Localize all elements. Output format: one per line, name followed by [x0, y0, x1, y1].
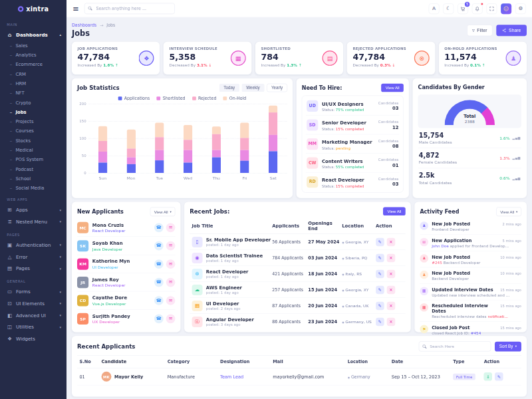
sidebar-item-hrm[interactable]: HRM — [0, 78, 66, 88]
list-item[interactable]: MC Mona Cruzis React Developer — [77, 219, 175, 237]
new-applicants-view-all-button[interactable]: View All — [150, 207, 175, 216]
sidebar-item-projects[interactable]: Projects — [0, 116, 66, 126]
gear-icon[interactable] — [515, 3, 526, 14]
phone-icon[interactable] — [154, 314, 164, 323]
trash-icon[interactable] — [387, 253, 396, 262]
sidebar-item-nested-menu[interactable]: Nested Menu — [0, 216, 66, 228]
pencil-icon[interactable] — [376, 301, 384, 310]
list-item[interactable]: CD Cayathe Dore Vue.js Developer — [77, 291, 175, 309]
sidebar-item-ecommerce[interactable]: Ecommerce — [0, 60, 66, 69]
sidebar-item-widgets[interactable]: Widgets — [0, 333, 66, 345]
phone-icon[interactable] — [154, 259, 164, 269]
need-to-hire-view-all-button[interactable]: View All — [381, 84, 403, 92]
list-item[interactable]: UD UI/UX Designers Status: 75% completed — [306, 96, 400, 116]
moon-icon[interactable] — [443, 3, 454, 14]
trash-icon[interactable] — [387, 317, 396, 326]
sidebar-item-medical[interactable]: Medical — [0, 145, 66, 154]
pencil-icon[interactable] — [376, 237, 384, 246]
bar-sat[interactable] — [269, 106, 277, 173]
sidebar-item-error[interactable]: Error — [0, 251, 66, 263]
download-icon[interactable] — [484, 372, 493, 381]
sidebar-item-analytics[interactable]: Analytics — [0, 50, 66, 59]
search-input[interactable] — [84, 3, 175, 15]
sidebar-item-social-media[interactable]: Social Media — [0, 183, 66, 192]
pencil-icon[interactable] — [376, 285, 384, 294]
recent-jobs-view-all-button[interactable]: View All — [383, 207, 405, 215]
bar-wed[interactable] — [184, 125, 192, 173]
list-item[interactable]: JR James Roy React Developer — [77, 273, 175, 291]
phone-icon[interactable] — [154, 241, 164, 251]
sidebar-item-jobs[interactable]: Jobs — [0, 107, 66, 116]
sidebar-item-nft[interactable]: NFT — [0, 88, 66, 98]
share-button[interactable]: Share — [496, 25, 527, 36]
pencil-icon[interactable] — [376, 253, 384, 262]
language-icon[interactable] — [429, 3, 440, 14]
hamburger-icon[interactable] — [72, 4, 79, 13]
sidebar-item-podcast[interactable]: Podcast — [0, 164, 66, 174]
activity-feed-card: Activity Feed View All — [414, 201, 527, 332]
bar-mon[interactable] — [127, 130, 136, 173]
trash-icon[interactable] — [387, 301, 396, 310]
tab-weekly[interactable]: Weekly — [241, 84, 264, 92]
tab-today[interactable]: Today — [219, 84, 239, 92]
bar-thu[interactable] — [212, 126, 221, 173]
activity-link[interactable]: notificati... — [487, 315, 507, 319]
list-item[interactable]: MM Marketing Manager Status: pending — [306, 134, 400, 154]
sidebar-item-courses[interactable]: Courses — [0, 126, 66, 136]
trash-icon[interactable] — [387, 269, 396, 278]
cart-icon[interactable]: 5 — [458, 3, 468, 14]
app-logo[interactable]: xintra — [0, 0, 66, 17]
bar-fri[interactable] — [240, 123, 249, 173]
fullscreen-icon[interactable] — [486, 3, 497, 14]
sidebar-item-forms[interactable]: Forms — [0, 286, 66, 298]
sidebar-item-stocks[interactable]: Stocks — [0, 136, 66, 145]
bell-icon[interactable] — [472, 3, 483, 14]
list-item[interactable]: CW Content Writers Status: 55% completed — [306, 154, 400, 173]
sidebar-item-crm[interactable]: CRM — [0, 69, 66, 78]
activity-link[interactable]: John Doe — [432, 244, 449, 248]
phone-icon[interactable] — [154, 223, 164, 232]
message-icon[interactable] — [166, 241, 176, 251]
pencil-icon[interactable] — [376, 269, 384, 278]
activity-feed-view-all-button[interactable]: View All — [497, 207, 521, 216]
bar-sun[interactable] — [98, 126, 107, 173]
list-item[interactable]: SP Surjith Pandey UX Developer — [77, 310, 175, 328]
sidebar-item-ui-elements[interactable]: UI Elements — [0, 297, 66, 309]
tab-yearly[interactable]: Yearly — [267, 84, 287, 92]
sidebar-item-utilities[interactable]: Utilities — [0, 321, 66, 333]
bar-tue[interactable] — [155, 123, 164, 173]
list-item[interactable]: RD React Developer Status: 15% completed — [306, 172, 400, 191]
filter-button[interactable]: Filter — [467, 25, 493, 36]
sidebar-item-apps[interactable]: Apps — [0, 204, 66, 216]
candidate-designation[interactable]: Team Lead — [220, 374, 273, 379]
pencil-icon[interactable] — [376, 317, 384, 326]
user-avatar[interactable]: ☺ — [501, 3, 511, 14]
breadcrumb-dashboards[interactable]: Dashboards — [72, 23, 96, 27]
activity-link[interactable]: #245 — [432, 260, 442, 264]
sidebar-item-school[interactable]: School — [0, 174, 66, 183]
list-item[interactable]: SK Soyab Khan Java Developer — [77, 237, 175, 255]
sort-by-button[interactable]: Sort By — [495, 341, 521, 351]
sidebar-item-dashboards[interactable]: Dashboards — [0, 29, 66, 41]
list-item[interactable]: SD Senior Developer Status: 15% complete… — [306, 116, 400, 135]
message-icon[interactable] — [166, 314, 176, 323]
message-icon[interactable] — [166, 223, 176, 232]
activity-title: Closed Job Post — [432, 325, 469, 330]
phone-icon[interactable] — [154, 296, 164, 305]
trash-icon[interactable] — [387, 237, 396, 246]
sidebar-item-pos-system[interactable]: POS System — [0, 155, 66, 164]
sidebar-item-crypto[interactable]: Crypto — [0, 98, 66, 107]
sidebar-item-sales[interactable]: Sales — [0, 41, 66, 50]
table-search-input[interactable] — [419, 341, 491, 351]
activity-link[interactable]: #454 — [471, 331, 481, 334]
list-item[interactable]: KM Katherine Myn UI Developer — [77, 255, 175, 273]
phone-icon[interactable] — [154, 277, 164, 287]
trash-icon[interactable] — [387, 285, 396, 294]
pencil-icon[interactable] — [495, 372, 503, 381]
message-icon[interactable] — [166, 277, 176, 287]
message-icon[interactable] — [166, 259, 176, 269]
message-icon[interactable] — [166, 296, 176, 305]
sidebar-item-authentication[interactable]: Authentication — [0, 239, 66, 251]
sidebar-item-pages[interactable]: Pages — [0, 263, 66, 275]
sidebar-item-advanced-ui[interactable]: Advanced UI — [0, 309, 66, 321]
